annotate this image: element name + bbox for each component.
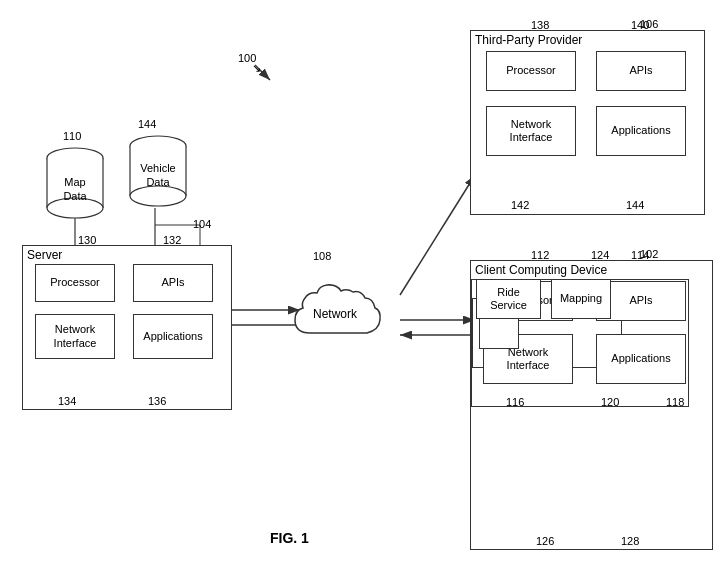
svg-text:Network: Network xyxy=(313,307,358,321)
diagram: 100 ↘ 110 Map Data 144 Vehicle Data 104 xyxy=(0,0,725,571)
ref-132: 132 xyxy=(163,234,181,246)
svg-text:Map: Map xyxy=(64,176,85,188)
tp-apis-box: APIs xyxy=(596,51,686,91)
ride-service-label: RideService xyxy=(477,280,540,318)
ref-130: 130 xyxy=(78,234,96,246)
server-box: Server 130 132 Processor APIs NetworkInt… xyxy=(22,245,232,410)
ref-140: 140 xyxy=(631,19,649,31)
client-device-box: Client Computing Device 112 114 Processo… xyxy=(470,260,713,550)
ref-138: 138 xyxy=(531,19,549,31)
server-applications-box: Applications xyxy=(133,314,213,359)
vehicle-data-container: 144 Vehicle Data xyxy=(128,118,188,215)
map-data-container: 110 Map Data xyxy=(45,130,105,227)
svg-line-5 xyxy=(400,175,475,295)
client-applications-box: Applications xyxy=(596,334,686,384)
vehicle-data-cylinder: Vehicle Data xyxy=(128,132,188,212)
network-cloud-svg: Network xyxy=(285,268,395,348)
svg-text:Vehicle: Vehicle xyxy=(140,162,175,174)
ref-114: 114 xyxy=(631,249,649,261)
ref-120: 120 xyxy=(601,396,619,408)
mapping-box: Mapping xyxy=(551,279,611,319)
server-processor-box: Processor xyxy=(35,264,115,302)
server-processor-label: Processor xyxy=(36,265,114,301)
tp-applications-label: Applications xyxy=(597,107,685,155)
server-title: Server xyxy=(23,246,231,264)
ref-108: 108 xyxy=(313,250,331,262)
ref-126: 126 xyxy=(536,535,554,547)
ref-118: 118 xyxy=(666,396,684,408)
ref-144-tp: 144 xyxy=(626,199,644,211)
ref-136: 136 xyxy=(148,395,166,407)
ref-110: 110 xyxy=(63,130,123,142)
server-apis-box: APIs xyxy=(133,264,213,302)
map-data-cylinder: Map Data xyxy=(45,144,105,224)
tp-processor-box: Processor xyxy=(486,51,576,91)
server-apis-label: APIs xyxy=(134,265,212,301)
ref-142: 142 xyxy=(511,199,529,211)
ref-128: 128 xyxy=(621,535,639,547)
third-party-title: Third-Party Provider xyxy=(471,31,704,49)
fig-label: FIG. 1 xyxy=(270,530,309,546)
svg-text:Data: Data xyxy=(63,190,87,202)
tp-processor-label: Processor xyxy=(487,52,575,90)
tp-apis-label: APIs xyxy=(597,52,685,90)
ref-112: 112 xyxy=(531,249,549,261)
svg-point-23 xyxy=(130,186,186,206)
tp-applications-box: Applications xyxy=(596,106,686,156)
network-cloud: 108 Network xyxy=(285,268,395,351)
client-device-title: Client Computing Device xyxy=(471,261,712,279)
mapping-label: Mapping xyxy=(552,280,610,318)
svg-text:Data: Data xyxy=(146,176,170,188)
tp-network-interface-box: NetworkInterface xyxy=(486,106,576,156)
client-applications-label: Applications xyxy=(597,335,685,383)
tp-network-interface-label: NetworkInterface xyxy=(487,107,575,155)
server-applications-label: Applications xyxy=(134,315,212,358)
ride-service-box: RideService xyxy=(476,279,541,319)
ref-104: 104 xyxy=(193,218,211,230)
ref-124: 124 xyxy=(591,249,609,261)
ref-134: 134 xyxy=(58,395,76,407)
third-party-box: Third-Party Provider 138 140 Processor A… xyxy=(470,30,705,215)
ref-144-vehicle: 144 xyxy=(138,118,198,130)
server-network-interface-box: NetworkInterface xyxy=(35,314,115,359)
server-network-interface-label: NetworkInterface xyxy=(36,315,114,358)
ref-116: 116 xyxy=(506,396,524,408)
